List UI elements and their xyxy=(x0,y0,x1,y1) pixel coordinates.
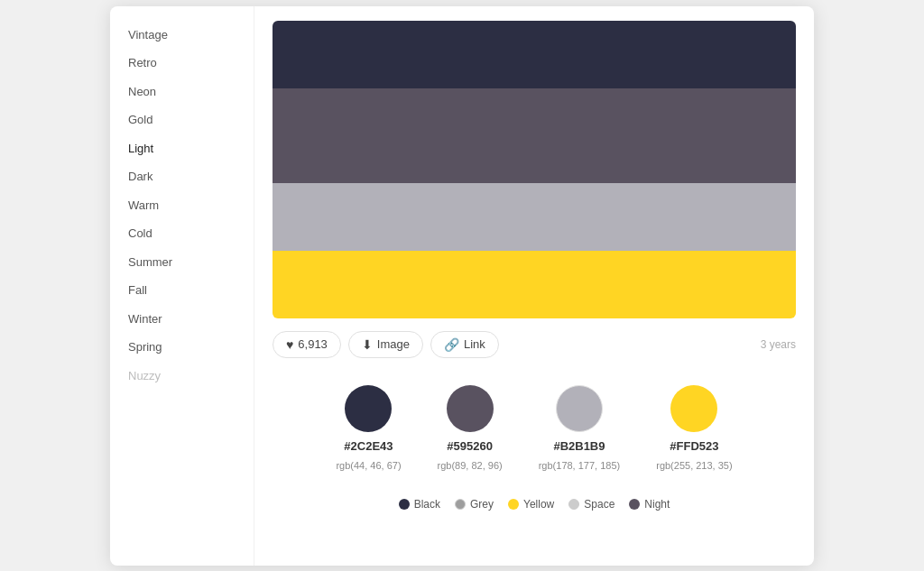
palette-stripe xyxy=(273,183,796,251)
sidebar: VintageRetroNeonGoldLightDarkWarmColdSum… xyxy=(110,6,254,566)
palette-stripe xyxy=(273,21,796,88)
sidebar-item-light[interactable]: Light xyxy=(110,134,254,163)
actions-row: ♥ 6,913 ⬇ Image 🔗 Link 3 years xyxy=(273,331,796,358)
tag-label: Night xyxy=(644,498,670,511)
color-hex: #FFD523 xyxy=(670,439,718,453)
sidebar-item-gold[interactable]: Gold xyxy=(110,106,254,134)
color-circle[interactable] xyxy=(670,385,717,432)
tag-label: Yellow xyxy=(523,498,554,511)
color-rgb: rgb(255, 213, 35) xyxy=(656,460,732,471)
tag-yellow[interactable]: Yellow xyxy=(508,498,554,511)
color-item: #FFD523rgb(255, 213, 35) xyxy=(656,385,732,471)
sidebar-item-warm[interactable]: Warm xyxy=(110,191,254,220)
tag-label: Grey xyxy=(470,498,494,511)
color-rgb: rgb(178, 177, 185) xyxy=(539,460,621,471)
color-hex: #2C2E43 xyxy=(344,439,393,453)
like-button[interactable]: ♥ 6,913 xyxy=(273,331,341,358)
tag-dot xyxy=(399,499,410,510)
image-label: Image xyxy=(377,337,410,351)
color-hex: #595260 xyxy=(447,439,493,453)
color-item: #2C2E43rgb(44, 46, 67) xyxy=(336,385,401,471)
palette-image xyxy=(273,21,796,318)
sidebar-item-dark[interactable]: Dark xyxy=(110,162,254,191)
color-item: #B2B1B9rgb(178, 177, 185) xyxy=(539,385,621,471)
sidebar-item-nuzzy[interactable]: Nuzzy xyxy=(110,362,254,391)
color-circle[interactable] xyxy=(447,385,494,432)
color-circle[interactable] xyxy=(345,385,392,432)
tags-row: BlackGreyYellowSpaceNight xyxy=(273,498,796,511)
heart-icon: ♥ xyxy=(286,337,293,352)
tag-grey[interactable]: Grey xyxy=(455,498,494,511)
palette-stripe xyxy=(273,251,796,318)
sidebar-item-cold[interactable]: Cold xyxy=(110,219,254,248)
sidebar-item-summer[interactable]: Summer xyxy=(110,248,254,277)
download-icon: ⬇ xyxy=(362,337,373,352)
sidebar-item-vintage[interactable]: Vintage xyxy=(110,21,254,50)
color-circle[interactable] xyxy=(556,385,603,432)
link-button[interactable]: 🔗 Link xyxy=(430,331,499,358)
like-count: 6,913 xyxy=(298,337,328,351)
sidebar-item-fall[interactable]: Fall xyxy=(110,276,254,305)
link-label: Link xyxy=(464,337,485,351)
tag-black[interactable]: Black xyxy=(399,498,440,511)
color-item: #595260rgb(89, 82, 96) xyxy=(438,385,503,471)
tag-night[interactable]: Night xyxy=(629,498,670,511)
sidebar-item-retro[interactable]: Retro xyxy=(110,49,254,78)
tag-label: Black xyxy=(414,498,440,511)
color-rgb: rgb(89, 82, 96) xyxy=(438,460,503,471)
image-button[interactable]: ⬇ Image xyxy=(348,331,423,358)
colors-section: #2C2E43rgb(44, 46, 67)#595260rgb(89, 82,… xyxy=(273,385,796,471)
link-icon: 🔗 xyxy=(444,337,459,352)
tag-space[interactable]: Space xyxy=(568,498,614,511)
main-card: VintageRetroNeonGoldLightDarkWarmColdSum… xyxy=(110,6,814,566)
tag-dot xyxy=(629,499,640,510)
palette-stripe xyxy=(273,88,796,183)
tag-label: Space xyxy=(584,498,614,511)
main-content: ♥ 6,913 ⬇ Image 🔗 Link 3 years #2C2E43rg… xyxy=(254,6,814,566)
color-rgb: rgb(44, 46, 67) xyxy=(336,460,401,471)
sidebar-item-winter[interactable]: Winter xyxy=(110,305,254,334)
tag-dot xyxy=(455,499,466,510)
sidebar-item-spring[interactable]: Spring xyxy=(110,333,254,362)
tag-dot xyxy=(508,499,519,510)
tag-dot xyxy=(568,499,579,510)
color-hex: #B2B1B9 xyxy=(553,439,605,453)
time-label: 3 years xyxy=(761,338,796,351)
sidebar-item-neon[interactable]: Neon xyxy=(110,78,254,106)
